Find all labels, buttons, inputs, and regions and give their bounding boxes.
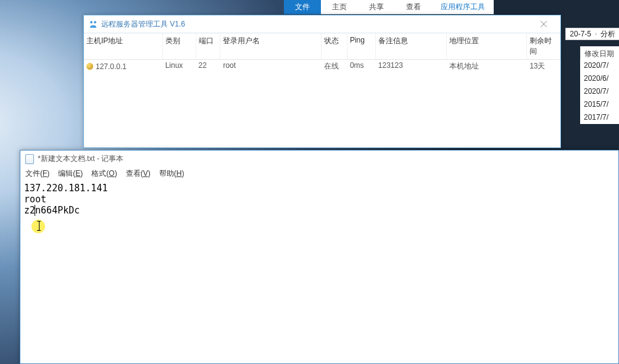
col-loc[interactable]: 地理位置 — [447, 33, 527, 59]
list-item[interactable]: 2015/7/ — [580, 98, 619, 111]
close-icon — [541, 21, 547, 27]
col-ping[interactable]: Ping — [347, 33, 376, 59]
server-manager-title: 远程服务器管理工具 V1.6 — [101, 19, 185, 30]
explorer-tab-file[interactable]: 文件 — [284, 0, 321, 14]
menu-edit[interactable]: 编辑(E) — [58, 168, 83, 179]
explorer-tab-share[interactable]: 共享 — [358, 0, 395, 14]
notepad-textarea[interactable]: 137.220.181.141 root z2n664PkDc — [20, 181, 618, 363]
close-button[interactable] — [532, 15, 555, 33]
explorer-breadcrumb[interactable]: 20-7-5 › 分析 — [565, 28, 619, 40]
table-row[interactable]: 127.0.0.1 Linux 22 root 在线 0ms 123123 本机… — [84, 60, 560, 73]
list-item[interactable]: 2020/7/ — [580, 85, 619, 98]
menu-help[interactable]: 帮助(H) — [159, 168, 185, 179]
notepad-title: *新建文本文档.txt - 记事本 — [38, 154, 123, 164]
cell-time: 13天 — [527, 60, 560, 73]
col-user[interactable]: 登录用户名 — [220, 33, 322, 59]
explorer-tab-home[interactable]: 主页 — [321, 0, 358, 14]
col-time[interactable]: 剩余时间 — [527, 33, 560, 59]
app-icon — [89, 20, 98, 28]
cell-note: 123123 — [376, 60, 447, 73]
server-manager-titlebar[interactable]: 远程服务器管理工具 V1.6 — [84, 15, 560, 33]
chevron-right-icon: › — [595, 31, 597, 37]
menu-format[interactable]: 格式(O) — [91, 168, 117, 179]
explorer-tab-view[interactable]: 查看 — [395, 0, 432, 14]
menu-file[interactable]: 文件(F) — [25, 168, 49, 179]
server-manager-window: 远程服务器管理工具 V1.6 主机IP地址 类别 端口 登录用户名 状态 Pin… — [83, 15, 561, 148]
notepad-menubar: 文件(F) 编辑(E) 格式(O) 查看(V) 帮助(H) — [20, 167, 618, 181]
explorer-file-dates: 2020/7/ 2020/6/ 2020/7/ 2015/7/ 2017/7/ — [580, 59, 619, 124]
cell-status: 在线 — [322, 60, 347, 73]
cursor-highlight — [31, 220, 45, 233]
cell-type: Linux — [163, 60, 196, 73]
breadcrumb-b[interactable]: 分析 — [600, 29, 615, 39]
breadcrumb-a[interactable]: 20-7-5 — [570, 30, 591, 38]
list-item[interactable]: 2020/7/ — [580, 59, 619, 72]
cell-loc: 本机地址 — [447, 60, 527, 73]
cell-user: root — [220, 60, 322, 73]
col-port[interactable]: 端口 — [196, 33, 221, 59]
cell-ping: 0ms — [347, 60, 376, 73]
status-icon — [86, 63, 93, 70]
col-type[interactable]: 类别 — [163, 33, 196, 59]
list-item[interactable]: 2020/6/ — [580, 72, 619, 85]
list-item[interactable]: 2017/7/ — [580, 111, 619, 124]
cell-port: 22 — [196, 60, 221, 73]
explorer-ribbon: 文件 主页 共享 查看 应用程序工具 — [284, 0, 494, 14]
col-note[interactable]: 备注信息 — [376, 33, 447, 59]
col-status[interactable]: 状态 — [322, 33, 347, 59]
notepad-window: *新建文本文档.txt - 记事本 文件(F) 编辑(E) 格式(O) 查看(V… — [20, 150, 619, 364]
server-table: 主机IP地址 类别 端口 登录用户名 状态 Ping 备注信息 地理位置 剩余时… — [84, 33, 560, 73]
menu-view[interactable]: 查看(V) — [126, 168, 151, 179]
notepad-icon — [25, 154, 34, 164]
table-header-row: 主机IP地址 类别 端口 登录用户名 状态 Ping 备注信息 地理位置 剩余时… — [84, 33, 560, 60]
explorer-tab-apptools[interactable]: 应用程序工具 — [432, 0, 494, 14]
cell-ip: 127.0.0.1 — [96, 62, 127, 71]
col-ip[interactable]: 主机IP地址 — [84, 33, 163, 59]
notepad-titlebar[interactable]: *新建文本文档.txt - 记事本 — [20, 151, 618, 167]
